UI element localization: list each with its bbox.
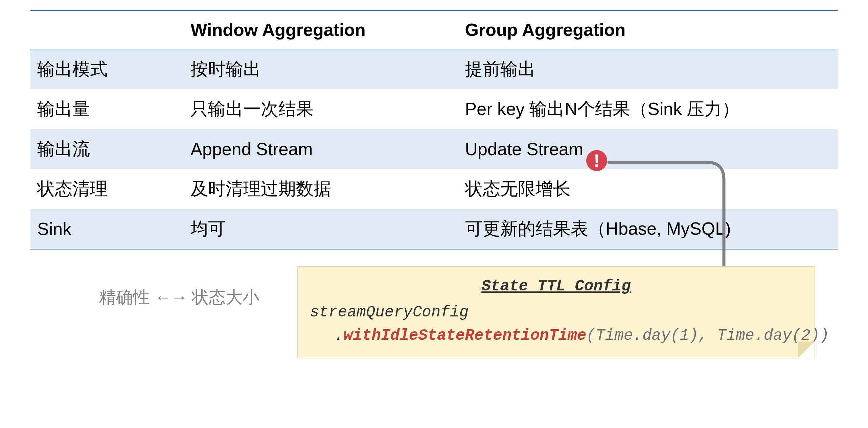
- code-args: (Time.day(1), Time.day(2)): [586, 327, 829, 344]
- row-label-sink: Sink: [30, 209, 184, 249]
- cell-window: 均可: [184, 209, 458, 249]
- header-window-aggregation: Window Aggregation: [184, 10, 458, 49]
- comparison-table: Window Aggregation Group Aggregation 输出模…: [30, 10, 838, 249]
- cell-group: 可更新的结果表（Hbase, MySQL): [458, 209, 838, 249]
- header-group-aggregation: Group Aggregation: [458, 10, 838, 49]
- row-label-output-stream: 输出流: [30, 129, 184, 169]
- double-arrow-icon: ←→: [155, 288, 187, 307]
- tradeoff-label: 精确性 ←→ 状态大小: [99, 286, 259, 309]
- codebox-title: State TTL Config: [310, 275, 802, 298]
- table-header-row: Window Aggregation Group Aggregation: [30, 10, 838, 49]
- cell-window: 只输出一次结果: [184, 89, 458, 129]
- table-row: 输出模式 按时输出 提前输出: [30, 49, 838, 89]
- table-row: Sink 均可 可更新的结果表（Hbase, MySQL): [30, 209, 838, 249]
- row-label-output-volume: 输出量: [30, 89, 184, 129]
- state-ttl-config-codebox: State TTL Config streamQueryConfig .with…: [297, 266, 815, 358]
- code-line-1: streamQueryConfig: [310, 301, 802, 324]
- header-empty: [30, 10, 184, 49]
- code-method: withIdleStateRetentionTime: [344, 327, 587, 344]
- code-line-2: .withIdleStateRetentionTime(Time.day(1),…: [310, 324, 802, 348]
- cell-window: 按时输出: [184, 49, 458, 89]
- cell-group: 状态无限增长: [458, 169, 838, 209]
- cell-group: Update Stream: [458, 129, 838, 169]
- tradeoff-left: 精确性: [99, 288, 150, 307]
- cell-window: Append Stream: [184, 129, 458, 169]
- cell-group: Per key 输出N个结果（Sink 压力）: [458, 89, 838, 129]
- row-label-output-mode: 输出模式: [30, 49, 184, 89]
- table-row: 输出量 只输出一次结果 Per key 输出N个结果（Sink 压力）: [30, 89, 838, 129]
- cell-group: 提前输出: [458, 49, 838, 89]
- row-label-state-cleanup: 状态清理: [30, 169, 184, 209]
- tradeoff-right: 状态大小: [192, 288, 259, 307]
- alert-icon: !: [586, 150, 607, 171]
- table-row: 输出流 Append Stream Update Stream: [30, 129, 838, 169]
- page-fold-icon: [798, 341, 815, 358]
- cell-window: 及时清理过期数据: [184, 169, 458, 209]
- table-row: 状态清理 及时清理过期数据 状态无限增长: [30, 169, 838, 209]
